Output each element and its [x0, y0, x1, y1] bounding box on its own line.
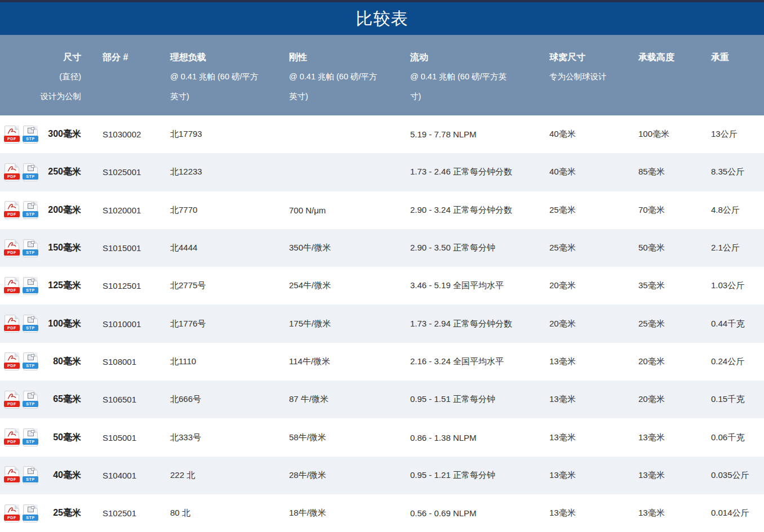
cell-flow: 5.19 - 7.78 NLPM	[410, 129, 549, 139]
cell-load-height: 100毫米	[638, 129, 711, 140]
table-body: PDF STP 300毫米 S1030002 北17793 5.19 - 7.7…	[0, 115, 764, 532]
cell-flow: 1.73 - 2.94 正常每分钟分数	[410, 319, 549, 329]
comparison-table: 尺寸 (直径) 设计为公制 部分 # 理想负载 @ 0.41 兆帕 (60 磅/…	[0, 35, 764, 532]
cube-icon	[24, 431, 37, 436]
pdf-download-icon[interactable]: PDF	[5, 126, 19, 144]
cell-weight: 0.24公斤	[711, 356, 764, 367]
cell-weight: 0.06千克	[711, 432, 764, 443]
pdf-download-icon[interactable]: PDF	[5, 428, 19, 446]
cell-size: 65毫米	[38, 394, 81, 405]
column-header-ideal-load: 理想负载 @ 0.41 兆帕 (60 磅/平方英寸)	[170, 47, 289, 115]
pdf-download-icon[interactable]: PDF	[5, 466, 19, 484]
stp-download-icon[interactable]: STP	[23, 428, 38, 446]
cell-load-height: 70毫米	[638, 205, 711, 216]
cell-flow: 0.95 - 1.51 正常每分钟	[410, 394, 549, 405]
cube-icon	[24, 279, 37, 285]
cube-icon	[24, 393, 37, 399]
pdf-icon-label: PDF	[4, 173, 20, 180]
column-header-weight: 承重	[711, 47, 764, 115]
pdf-download-icon[interactable]: PDF	[5, 277, 19, 295]
table-row: PDF STP 40毫米 S104001 222 北 28牛/微米 0.95 -…	[0, 457, 764, 494]
row-download-icons: PDF STP	[0, 391, 38, 409]
cell-ideal-load: 北12233	[170, 167, 289, 177]
cell-flow: 2.16 - 3.24 全国平均水平	[410, 356, 549, 367]
cell-ideal-load: 北7770	[170, 205, 289, 216]
column-header-size: 尺寸 (直径) 设计为公制	[0, 47, 81, 115]
cell-load-height: 35毫米	[638, 280, 711, 291]
cell-ideal-load: 北4444	[170, 243, 289, 253]
stp-download-icon[interactable]: STP	[23, 201, 38, 219]
cell-weight: 0.44千克	[711, 319, 764, 329]
table-title-bar: 比较表	[0, 2, 764, 35]
cell-ideal-load: 北666号	[170, 394, 289, 405]
acrobat-logo-icon	[5, 203, 19, 210]
cell-ball-socket: 40毫米	[549, 129, 638, 140]
acrobat-logo-icon	[5, 279, 19, 286]
acrobat-logo-icon	[5, 317, 19, 324]
row-download-icons: PDF STP	[0, 315, 38, 333]
stp-download-icon[interactable]: STP	[23, 504, 38, 522]
column-header-part: 部分 #	[81, 47, 170, 115]
stp-download-icon[interactable]: STP	[23, 163, 38, 181]
stp-download-icon[interactable]: STP	[23, 277, 38, 295]
cube-icon	[24, 317, 37, 323]
cell-weight: 13公斤	[711, 129, 764, 140]
column-header-size-title: 尺寸	[0, 47, 81, 67]
cell-ideal-load: 北333号	[170, 432, 289, 443]
pdf-icon-label: PDF	[4, 287, 20, 293]
cell-weight: 0.15千克	[711, 394, 764, 405]
stp-download-icon[interactable]: STP	[23, 391, 38, 409]
cell-size: 40毫米	[38, 470, 81, 481]
cell-flow: 1.73 - 2.46 正常每分钟分数	[410, 167, 549, 177]
table-row: PDF STP 250毫米 S1025001 北12233 1.73 - 2.4…	[0, 153, 764, 191]
cell-flow: 2.90 - 3.24 正常每分钟分数	[410, 205, 549, 216]
column-header-ball-socket: 球窝尺寸 专为公制球设计	[549, 47, 638, 115]
table-row: PDF STP 300毫米 S1030002 北17793 5.19 - 7.7…	[0, 115, 764, 153]
cell-part-number: S1012501	[81, 281, 170, 290]
table-row: PDF STP 150毫米 S1015001 北4444 350牛/微米 2.9…	[0, 229, 764, 267]
stp-download-icon[interactable]: STP	[23, 315, 38, 333]
cell-ball-socket: 13毫米	[549, 432, 638, 443]
table-row: PDF STP 200毫米 S1020001 北7770 700 N/μm 2.…	[0, 191, 764, 229]
cell-ball-socket: 25毫米	[549, 205, 638, 216]
acrobat-logo-icon	[5, 128, 19, 135]
cell-size: 125毫米	[38, 280, 81, 292]
cell-flow: 0.86 - 1.38 NLPM	[410, 433, 549, 442]
acrobat-logo-icon	[5, 507, 19, 513]
stp-icon-label: STP	[23, 249, 38, 256]
cell-load-height: 50毫米	[638, 243, 711, 253]
pdf-icon-label: PDF	[4, 515, 20, 521]
cube-icon	[24, 166, 37, 171]
cell-ideal-load: 北2775号	[170, 280, 289, 291]
stp-download-icon[interactable]: STP	[23, 466, 38, 484]
cell-size: 300毫米	[38, 128, 81, 140]
column-header-stiffness-title: 刚性	[289, 47, 379, 67]
stp-download-icon[interactable]: STP	[23, 352, 38, 370]
pdf-download-icon[interactable]: PDF	[5, 163, 19, 181]
column-header-flow-sub: @ 0.41 兆帕 (60 磅/平方英寸)	[410, 67, 517, 106]
stp-download-icon[interactable]: STP	[23, 126, 38, 144]
cell-part-number: S106501	[81, 395, 170, 404]
stp-download-icon[interactable]: STP	[23, 239, 38, 257]
cell-part-number: S1030002	[81, 129, 170, 139]
acrobat-logo-icon	[5, 242, 19, 248]
pdf-download-icon[interactable]: PDF	[5, 201, 19, 219]
cell-stiffness: 28牛/微米	[289, 470, 410, 481]
cell-weight: 2.1公斤	[711, 243, 764, 253]
pdf-download-icon[interactable]: PDF	[5, 239, 19, 257]
row-download-icons: PDF STP	[0, 239, 38, 257]
cell-load-height: 20毫米	[638, 394, 711, 405]
stp-icon-label: STP	[23, 173, 38, 180]
pdf-download-icon[interactable]: PDF	[5, 315, 19, 333]
cell-part-number: S1010001	[81, 319, 170, 329]
cell-part-number: S104001	[81, 471, 170, 480]
pdf-download-icon[interactable]: PDF	[5, 352, 19, 370]
stp-icon-label: STP	[23, 211, 38, 217]
pdf-download-icon[interactable]: PDF	[5, 504, 19, 522]
pdf-icon-label: PDF	[4, 211, 20, 217]
cell-size: 80毫米	[38, 356, 81, 368]
pdf-icon-label: PDF	[4, 439, 20, 445]
cell-ball-socket: 20毫米	[549, 280, 638, 291]
pdf-download-icon[interactable]: PDF	[5, 391, 19, 409]
cell-size: 150毫米	[38, 242, 81, 254]
